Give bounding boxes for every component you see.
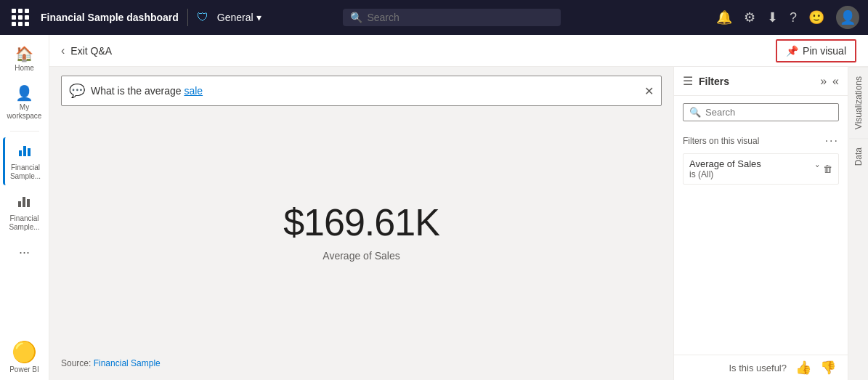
chevron-down-icon: ▾ — [256, 12, 261, 23]
filters-panel: ☰ Filters » « 🔍 Filters on this visual ·… — [673, 67, 848, 380]
feedback-icon[interactable]: 🙂 — [808, 9, 824, 25]
data-tab[interactable]: Data — [849, 138, 868, 174]
filter-item-icons: ˅ 🗑 — [815, 163, 832, 174]
filters-section: Filters on this visual ··· Average of Sa… — [674, 129, 848, 190]
home-icon: 🏠 — [15, 45, 33, 62]
workspace-selector[interactable]: General ▾ — [217, 12, 261, 23]
powerbi-logo-icon: 🟡 — [12, 340, 37, 364]
filter-item-content: Average of Sales is (All) — [689, 158, 761, 179]
content-area: 💬 What is the average sale ✕ $169.61K Av… — [49, 67, 868, 380]
back-button[interactable]: ‹ — [61, 44, 65, 57]
thumbs-up-icon[interactable]: 👍 — [795, 360, 811, 376]
thumbs-down-icon[interactable]: 👎 — [820, 360, 836, 376]
svg-rect-3 — [18, 201, 21, 207]
powerbi-label: Power BI — [9, 365, 39, 374]
filter-clear-icon[interactable]: 🗑 — [823, 163, 832, 174]
sidebar-item-financial1-label: Financial Sample... — [8, 163, 44, 181]
qa-area: 💬 What is the average sale ✕ $169.61K Av… — [49, 67, 673, 380]
user-avatar[interactable]: 👤 — [836, 6, 859, 29]
pin-icon: 📌 — [786, 45, 798, 57]
pin-visual-label: Pin visual — [803, 45, 846, 57]
financial-bar-icon — [17, 193, 33, 213]
global-search-input[interactable] — [367, 12, 553, 23]
main-content: ‹ Exit Q&A 📌 Pin visual 💬 What is the av… — [49, 35, 868, 380]
filter-item-name: Average of Sales — [689, 158, 761, 169]
sidebar-item-financial2-label: Financial Sample... — [6, 214, 44, 232]
notification-icon[interactable]: 🔔 — [716, 9, 732, 25]
help-icon[interactable]: ? — [790, 10, 797, 25]
workspace-label: General — [217, 12, 253, 23]
qa-result-subtitle: Average of Sales — [323, 250, 399, 262]
financial-chart-icon — [17, 142, 33, 162]
global-search-bar[interactable]: 🔍 — [343, 9, 561, 26]
search-icon: 🔍 — [350, 12, 362, 23]
source-prefix: Source: — [61, 358, 91, 368]
settings-icon[interactable]: ⚙ — [744, 9, 755, 25]
filters-more-options-icon[interactable]: ··· — [825, 134, 839, 147]
download-icon[interactable]: ⬇ — [767, 9, 778, 25]
sidebar-powerbi-branding: 🟡 Power BI — [9, 340, 39, 374]
filter-item-value: is (All) — [689, 169, 761, 179]
filter-item-average-sales[interactable]: Average of Sales is (All) ˅ 🗑 — [683, 153, 839, 185]
main-layout: 🏠 Home 👤 My workspace Financial Sample..… — [0, 35, 868, 380]
filters-collapse-icon[interactable]: « — [832, 75, 839, 88]
filters-search-input[interactable] — [705, 107, 832, 118]
app-title: Financial Sample dashboard — [41, 12, 179, 23]
filters-search-bar[interactable]: 🔍 — [683, 103, 839, 121]
pin-visual-button[interactable]: 📌 Pin visual — [776, 39, 856, 62]
qa-input-bar[interactable]: 💬 What is the average sale ✕ — [61, 76, 662, 106]
sidebar-more-button[interactable]: ··· — [13, 239, 36, 266]
sidebar-item-workspace-label: My workspace — [6, 103, 44, 121]
qa-toolbar: ‹ Exit Q&A 📌 Pin visual — [49, 35, 868, 67]
svg-rect-5 — [27, 199, 30, 207]
qa-visual-display: $169.61K Average of Sales — [61, 112, 662, 349]
data-tab-label: Data — [853, 147, 864, 166]
svg-rect-1 — [23, 146, 26, 156]
top-nav: Financial Sample dashboard 🛡 General ▾ 🔍… — [0, 0, 868, 35]
sidebar-item-financial-sample-1[interactable]: Financial Sample... — [3, 137, 46, 185]
nav-divider — [187, 9, 188, 26]
sidebar-item-home-label: Home — [15, 64, 34, 73]
filters-title: Filters — [699, 76, 814, 87]
feedback-label: Is this useful? — [729, 363, 787, 373]
svg-rect-4 — [23, 197, 25, 207]
shield-icon: 🛡 — [197, 11, 208, 24]
filters-expand-icon[interactable]: » — [820, 75, 827, 88]
svg-rect-2 — [28, 148, 31, 156]
my-workspace-icon: 👤 — [15, 84, 33, 102]
visualizations-tab-label: Visualizations — [853, 76, 864, 129]
nav-action-icons: 🔔 ⚙ ⬇ ? 🙂 👤 — [716, 6, 859, 29]
svg-rect-0 — [19, 150, 22, 156]
qa-input-text: What is the average sale — [91, 85, 203, 97]
filters-spacer — [674, 190, 848, 355]
filters-icon: ☰ — [683, 74, 693, 88]
right-side-tabs: Visualizations Data — [848, 67, 868, 380]
source-link[interactable]: Financial Sample — [94, 358, 161, 368]
sidebar-item-financial-sample-2[interactable]: Financial Sample... — [3, 188, 46, 236]
sidebar-item-home[interactable]: 🏠 Home — [3, 41, 46, 77]
qa-footer: Source: Financial Sample — [61, 355, 662, 371]
sidebar: 🏠 Home 👤 My workspace Financial Sample..… — [0, 35, 49, 380]
underlined-sale-word: sale — [184, 85, 203, 97]
filters-header: ☰ Filters » « — [674, 67, 848, 96]
exit-qa-label: Exit Q&A — [70, 45, 112, 57]
apps-grid-icon[interactable] — [9, 6, 32, 29]
feedback-row: Is this useful? 👍 👎 — [674, 355, 848, 380]
chat-icon: 💬 — [69, 83, 85, 99]
user-icon: 👤 — [840, 9, 856, 25]
sidebar-item-my-workspace[interactable]: 👤 My workspace — [3, 80, 46, 125]
qa-result-value: $169.61K — [283, 201, 439, 244]
qa-close-button[interactable]: ✕ — [644, 84, 654, 98]
filter-expand-icon[interactable]: ˅ — [815, 163, 820, 174]
sidebar-separator — [10, 131, 39, 132]
filters-search-icon: 🔍 — [689, 107, 701, 118]
visualizations-tab[interactable]: Visualizations — [849, 67, 868, 138]
filters-section-title: Filters on this visual — [683, 136, 759, 146]
filters-section-header: Filters on this visual ··· — [683, 134, 839, 147]
